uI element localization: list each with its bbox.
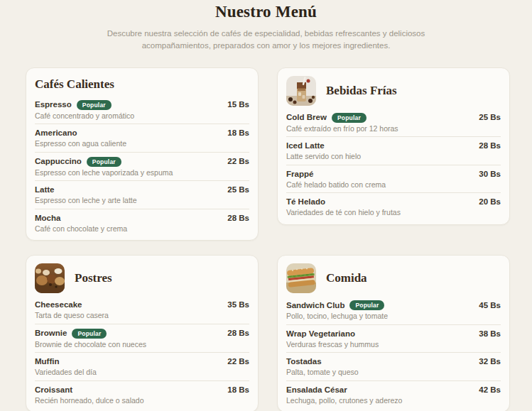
menu-item-price: 25 Bs [227, 185, 249, 194]
menu-item: Mocha 28 Bs Café con chocolate y crema [35, 209, 249, 237]
menu-item: Wrap Vegetariano 38 Bs Verduras frescas … [286, 325, 501, 354]
menu-item-description: Variedades del día [35, 368, 249, 377]
menu-item-price: 18 Bs [227, 128, 249, 138]
menu-item-name: Cold Brew [286, 113, 327, 122]
menu-item: Americano 18 Bs Espresso con agua calien… [35, 124, 249, 153]
menu-item-row: Sandwich Club Popular 45 Bs [286, 300, 501, 310]
menu-item-price: 38 Bs [479, 329, 501, 339]
section-header: Comida [286, 263, 501, 293]
menu-item-name: Sandwich Club [286, 301, 344, 310]
menu-item-name: Croissant [35, 385, 72, 395]
menu-item-name: Wrap Vegetariano [286, 329, 355, 339]
menu-item-name: Ensalada César [286, 385, 347, 395]
menu-item-description: Espresso con leche vaporizada y espuma [35, 169, 249, 177]
menu-item-description: Café helado batido con crema [286, 181, 501, 190]
menu-item: Té Helado 20 Bs Variedades de té con hie… [286, 193, 501, 221]
menu-item-name: Cheesecake [35, 300, 82, 309]
menu-item-name: Frappé [286, 170, 313, 179]
popular-badge: Popular [87, 157, 121, 167]
sandwich-photo [286, 263, 316, 293]
menu-item-row: Cold Brew Popular 25 Bs [286, 113, 501, 123]
menu-item-row: Americano 18 Bs [35, 128, 249, 138]
section-title: Bebidas Frías [326, 84, 397, 98]
menu-item: Iced Latte 28 Bs Latte servido con hielo [286, 137, 501, 165]
menu-item-price: 28 Bs [227, 329, 249, 338]
popular-badge: Popular [332, 113, 367, 123]
menu-item-price: 15 Bs [227, 100, 249, 109]
menu-item-row: Frappé 30 Bs [286, 170, 501, 179]
menu-item-row: Tostadas 32 Bs [286, 357, 501, 366]
menu-item-name: Iced Latte [286, 141, 325, 150]
menu-item-description: Palta, tomate y queso [286, 368, 501, 377]
menu-item-price: 28 Bs [479, 141, 501, 150]
menu-item-description: Café con chocolate y crema [35, 225, 249, 234]
page-title: Nuestro Menú [0, 3, 532, 21]
menu-item-name-wrap: Cold Brew Popular [286, 113, 367, 123]
section-items: Cold Brew Popular 25 Bs Café extraído en… [286, 109, 501, 221]
menu-item-name-wrap: Cappuccino Popular [35, 157, 121, 167]
menu-item-description: Latte servido con hielo [286, 153, 501, 161]
page-header: Nuestro Menú Descubre nuestra selección … [0, 0, 532, 53]
menu-item: Espresso Popular 15 Bs Café concentrado … [35, 96, 249, 125]
section-header: Cafés Calientes [35, 76, 249, 93]
menu-item-name: Latte [35, 185, 54, 194]
menu-item-price: 28 Bs [227, 214, 249, 223]
menu-item-name: Tostadas [286, 357, 322, 366]
menu-item-name-wrap: Sandwich Club Popular [286, 300, 384, 310]
menu-item-name-wrap: Latte [35, 185, 54, 194]
menu-item: Frappé 30 Bs Café helado batido con crem… [286, 165, 501, 194]
menu-item: Croissant 18 Bs Recién horneado, dulce o… [35, 381, 249, 409]
menu-item-row: Mocha 28 Bs [35, 214, 249, 223]
menu-item-name: Americano [35, 128, 77, 138]
menu-item-row: Brownie Popular 28 Bs [35, 329, 249, 339]
menu-item-row: Té Helado 20 Bs [286, 197, 501, 207]
menu-item-name-wrap: Espresso Popular [35, 100, 112, 110]
menu-item-price: 42 Bs [479, 385, 501, 395]
menu-item-description: Recién horneado, dulce o salado [35, 397, 249, 405]
menu-item-description: Tarta de queso casera [35, 312, 249, 320]
menu-item-name-wrap: Brownie Popular [35, 329, 107, 339]
menu-item-description: Espresso con agua caliente [35, 140, 249, 148]
menu-item-description: Café extraído en frío por 12 horas [286, 125, 501, 133]
menu-item-name-wrap: Wrap Vegetariano [286, 329, 355, 339]
menu-item: Cappuccino Popular 22 Bs Espresso con le… [35, 153, 249, 182]
menu-item-price: 22 Bs [227, 357, 249, 366]
page-subtitle: Descubre nuestra selección de cafés de e… [94, 28, 439, 53]
menu-item-name-wrap: Cheesecake [35, 300, 82, 309]
iced-coffee-photo [286, 76, 316, 106]
menu-item-description: Verduras frescas y hummus [286, 341, 501, 349]
section-title: Cafés Calientes [35, 77, 114, 92]
popular-badge: Popular [77, 100, 112, 110]
menu-item-name-wrap: Té Helado [286, 197, 325, 207]
menu-item-name: Muffin [35, 357, 59, 366]
menu-item-price: 32 Bs [479, 357, 501, 366]
menu-item-row: Cappuccino Popular 22 Bs [35, 157, 249, 167]
section-title: Comida [326, 271, 367, 285]
menu-item: Latte 25 Bs Espresso con leche y arte la… [35, 181, 249, 209]
menu-section-card-postres: Postres Cheesecake 35 Bs Tarta de queso … [26, 255, 259, 411]
section-items: Sandwich Club Popular 45 Bs Pollo, tocin… [286, 296, 501, 408]
menu-item: Brownie Popular 28 Bs Brownie de chocola… [35, 324, 249, 354]
menu-item-row: Ensalada César 42 Bs [286, 385, 501, 395]
menu-item: Tostadas 32 Bs Palta, tomate y queso [286, 353, 501, 381]
menu-item-description: Pollo, tocino, lechuga y tomate [286, 312, 501, 321]
menu-item-row: Espresso Popular 15 Bs [35, 100, 249, 110]
menu-item-name-wrap: Ensalada César [286, 385, 347, 395]
section-header: Postres [35, 263, 249, 293]
menu-item-price: 20 Bs [479, 197, 501, 207]
menu-item-price: 45 Bs [479, 301, 501, 310]
menu-item-row: Wrap Vegetariano 38 Bs [286, 329, 501, 339]
menu-item-row: Latte 25 Bs [35, 185, 249, 194]
popular-badge: Popular [72, 329, 107, 339]
menu-item-name-wrap: Tostadas [286, 357, 322, 366]
menu-item-name-wrap: Americano [35, 128, 77, 138]
menu-item-description: Café concentrado y aromático [35, 112, 249, 121]
menu-item-price: 25 Bs [479, 113, 501, 122]
menu-item-row: Iced Latte 28 Bs [286, 141, 501, 150]
menu-item-description: Espresso con leche y arte latte [35, 197, 249, 205]
menu-item-name-wrap: Muffin [35, 357, 59, 366]
menu-item: Muffin 22 Bs Variedades del día [35, 353, 249, 381]
menu-item: Ensalada César 42 Bs Lechuga, pollo, cru… [286, 381, 501, 409]
desserts-photo [35, 263, 65, 293]
menu-item-name: Espresso [35, 100, 72, 109]
